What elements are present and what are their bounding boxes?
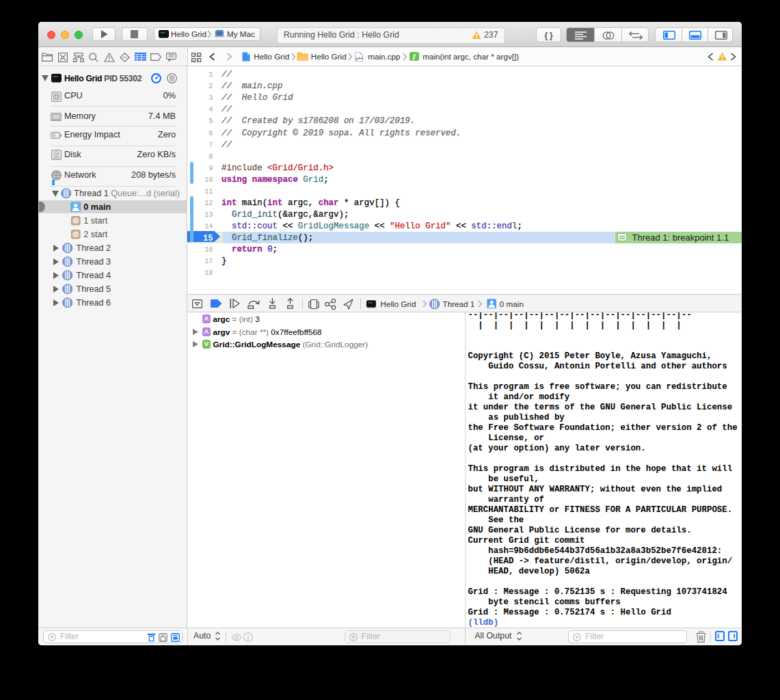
svg-text:c++: c++ (356, 55, 364, 60)
